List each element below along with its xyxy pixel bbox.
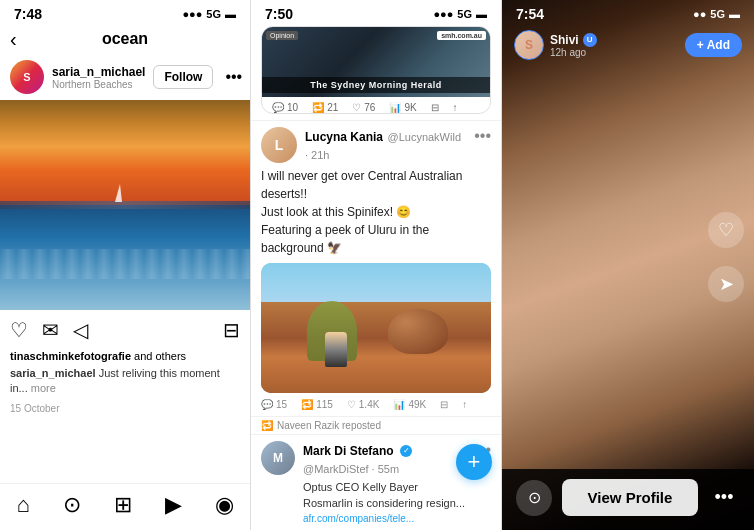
tw-news-retweets: 🔁 21 [312, 102, 338, 113]
tiktok-panel: 7:54 ●● 5G ▬ S Shivi U 12h ago + Add ♡ ➤ [502, 0, 754, 530]
tw-status-bar: 7:50 ●●● 5G ▬ [251, 0, 501, 26]
ig-nav-bar: ⌂ ⊙ ⊞ ▶ ◉ [0, 483, 250, 530]
ig-like-button[interactable]: ♡ [10, 318, 28, 342]
tw-tweet1: L Lucyna Kania @LucynakWild · 21h ••• I … [251, 120, 501, 416]
ig-avatar[interactable]: S [10, 60, 44, 94]
tw-tweet1-comments: 💬 15 [261, 399, 287, 410]
tw-news-card[interactable]: Opinion smh.com.au The Sydney Morning He… [261, 26, 491, 114]
tt-battery-icon: ▬ [729, 8, 740, 20]
ig-liked-text: and others [134, 350, 186, 362]
ig-user-info: saria_n_michael Northern Beaches [52, 65, 145, 90]
ig-post-date: 15 October [0, 401, 250, 422]
tw-tweet1-text: I will never get over Central Australian… [261, 167, 491, 257]
ig-username[interactable]: saria_n_michael [52, 65, 145, 79]
ig-time: 7:48 [14, 6, 42, 22]
tw-compose-button[interactable]: + [456, 444, 492, 480]
ig-nav-add[interactable]: ⊞ [114, 492, 132, 518]
tt-right-actions: ♡ ➤ [708, 212, 744, 302]
ig-photo-sky [0, 100, 250, 216]
ig-caption: saria_n_michael Just reliving this momen… [0, 366, 250, 401]
tw-photo-uluru [388, 309, 448, 354]
tt-like-button[interactable]: ♡ [708, 212, 744, 248]
tt-user-row: S Shivi U 12h ago [514, 30, 597, 60]
tt-camera-icon-glyph: ⊙ [528, 488, 541, 507]
tw-tweet1-views: 📊 49K [393, 399, 426, 410]
ig-nav-search[interactable]: ⊙ [63, 492, 81, 518]
tw-news-label: Opinion [266, 31, 298, 40]
tt-signal-icon: ●● [693, 8, 706, 20]
tw-tweet1-photo [261, 263, 491, 393]
tw-tweet1-share-icon[interactable]: ↑ [462, 399, 467, 410]
tw-news-share-icon[interactable]: ↑ [453, 102, 458, 113]
tw-repost-icon: 🔁 [261, 420, 273, 431]
tw-tweet1-bookmark-icon[interactable]: ⊟ [440, 399, 448, 410]
tw-tweet1-stats: 💬 15 🔁 115 ♡ 1.4K 📊 49K ⊟ ↑ [261, 399, 491, 410]
tw-tweet2-text: Optus CEO Kelly Bayer Rosmarlin is consi… [303, 480, 466, 511]
ig-signal-icon: ●●● [182, 8, 202, 20]
tw-tweet2-name-row: Mark Di Stefano ✓ @MarkDiStef · 55m [303, 441, 466, 477]
tw-tweet1-more[interactable]: ••• [474, 127, 491, 145]
tw-news-source: smh.com.au [437, 31, 486, 40]
tw-tweet1-header: L Lucyna Kania @LucynakWild · 21h ••• [261, 127, 491, 163]
ig-network: 5G [206, 8, 221, 20]
tw-news-views: 📊 9K [389, 102, 416, 113]
tt-creator-avatar[interactable]: S [514, 30, 544, 60]
tt-view-profile-button[interactable]: View Profile [562, 479, 698, 516]
tt-creator-info: Shivi U 12h ago [550, 33, 597, 58]
ig-status-icons: ●●● 5G ▬ [182, 8, 236, 20]
tw-tweet1-line3: Featuring a peek of Uluru in the backgro… [261, 223, 429, 255]
tw-tweet1-retweets: 🔁 115 [301, 399, 333, 410]
tw-repost-banner: 🔁 Naveen Razik reposted [251, 416, 501, 434]
ig-nav-reels[interactable]: ▶ [165, 492, 182, 518]
tw-tweet2-handle: @MarkDiStef · 55m [303, 463, 399, 475]
tw-news-image: Opinion smh.com.au The Sydney Morning He… [262, 27, 490, 97]
twitter-panel: 7:50 ●●● 5G ▬ Opinion smh.com.au The Syd… [251, 0, 502, 530]
ig-comment-button[interactable]: ✉ [42, 318, 59, 342]
tw-tweet2-header: M Mark Di Stefano ✓ @MarkDiStef · 55m Op… [261, 441, 491, 524]
tt-network: 5G [710, 8, 725, 20]
tw-news-bookmark-icon[interactable]: ⊟ [431, 102, 439, 113]
ig-photo-waves [0, 249, 250, 279]
tt-camera-button[interactable]: ⊙ [516, 480, 552, 516]
ig-share-button[interactable]: ◁ [73, 318, 88, 342]
tw-tweet1-meta: Lucyna Kania @LucynakWild · 21h [305, 127, 466, 163]
tw-news-headline: The Sydney Morning Herald [262, 77, 490, 93]
tw-network: 5G [457, 8, 472, 20]
tw-repost-text: Naveen Razik reposted [277, 420, 381, 431]
ig-nav-profile[interactable]: ◉ [215, 492, 234, 518]
tw-tweet1-name[interactable]: Lucyna Kania [305, 130, 383, 144]
tw-verified-badge: ✓ [400, 445, 412, 457]
ig-save-button[interactable]: ⊟ [223, 318, 240, 342]
tw-tweet1-avatar[interactable]: L [261, 127, 297, 163]
ig-caption-username[interactable]: saria_n_michael [10, 367, 96, 379]
ig-liked-by: tinaschminkefotografie and others [0, 350, 250, 366]
ig-location: Northern Beaches [52, 79, 145, 90]
instagram-panel: 7:48 ●●● 5G ▬ ‹ ocean S saria_n_michael … [0, 0, 251, 530]
tt-status-icons: ●● 5G ▬ [693, 8, 740, 20]
tt-more-button[interactable]: ••• [708, 482, 740, 514]
tt-share-icon: ➤ [719, 273, 734, 295]
tt-share-button[interactable]: ➤ [708, 266, 744, 302]
tw-tweet2-avatar[interactable]: M [261, 441, 295, 475]
tt-status-bar: 7:54 ●● 5G ▬ [502, 0, 754, 26]
ig-more-button[interactable]: ••• [225, 68, 242, 86]
tt-creator-badge: U [583, 33, 597, 47]
twitter-panel-wrapper: 7:50 ●●● 5G ▬ Opinion smh.com.au The Syd… [251, 0, 502, 530]
tw-signal-icon: ●●● [433, 8, 453, 20]
tw-tweet1-line1: I will never get over Central Australian… [261, 169, 462, 201]
tt-header: S Shivi U 12h ago + Add [502, 24, 754, 66]
tt-bottom-bar: ⊙ View Profile ••• [502, 469, 754, 530]
ig-action-bar: ♡ ✉ ◁ ⊟ [0, 310, 250, 350]
ig-photo-sailboat-icon [115, 184, 122, 202]
tt-add-button[interactable]: + Add [685, 33, 742, 57]
tw-news-likes: ♡ 76 [352, 102, 375, 113]
tw-tweet2-link[interactable]: afr.com/companies/tele... [303, 513, 466, 524]
ig-back-button[interactable]: ‹ [10, 28, 17, 51]
ig-nav-home[interactable]: ⌂ [16, 492, 29, 518]
ig-follow-button[interactable]: Follow [153, 65, 213, 89]
tt-creator-name[interactable]: Shivi [550, 33, 579, 47]
ig-post-photo [0, 100, 250, 310]
ig-header: ‹ ocean [0, 26, 250, 54]
tw-tweet2-name[interactable]: Mark Di Stefano [303, 444, 394, 458]
ig-caption-more[interactable]: more [31, 382, 56, 394]
